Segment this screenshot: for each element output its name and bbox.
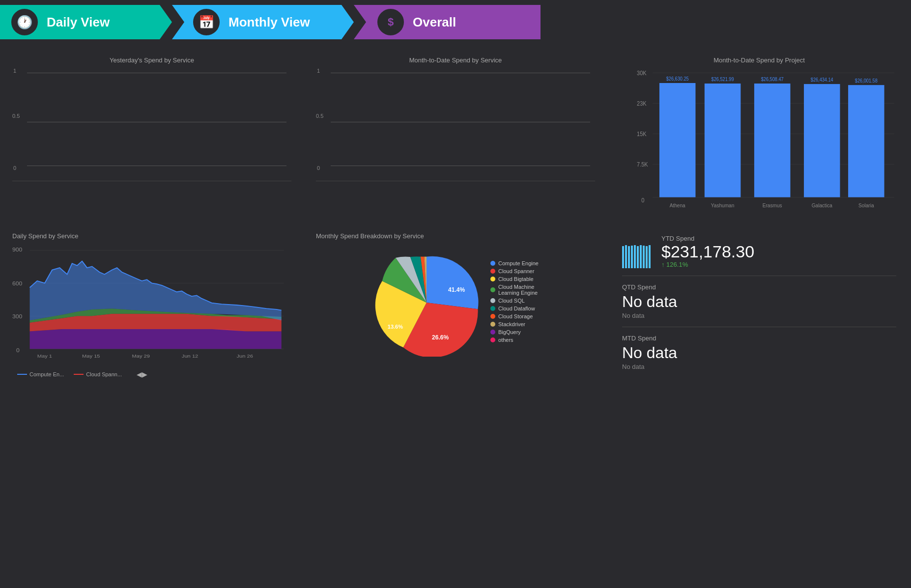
legend-stackdriver: Stackdriver: [490, 321, 539, 327]
pie-section: 41.4% 26.6% 13.6%: [316, 244, 595, 362]
legend-compute: Compute En...: [17, 371, 64, 377]
area-base: [30, 329, 282, 349]
ytd-text-group: YTD Spend $231,178.30 ↑ 126.1%: [661, 235, 754, 268]
svg-text:7.5K: 7.5K: [637, 161, 648, 168]
bar-yashuman: [705, 84, 741, 197]
dot-bigquery: [490, 330, 495, 335]
svg-rect-39: [631, 246, 633, 268]
qtd-sub: No data: [622, 312, 896, 319]
ytd-icon: [622, 244, 652, 268]
gridline-mid: [27, 122, 286, 122]
clock-icon: 🕐: [10, 7, 39, 37]
svg-text:$26,521.99: $26,521.99: [712, 76, 734, 82]
svg-rect-43: [643, 246, 645, 268]
svg-text:Yashuman: Yashuman: [711, 202, 735, 209]
mtd-label: MTD Spend: [622, 335, 896, 342]
y-axis-05b: 0.5: [316, 113, 323, 119]
svg-rect-42: [640, 245, 642, 268]
legend-bigquery-text: BigQuery: [498, 329, 521, 335]
daily-view-tab[interactable]: 🕐 Daily View: [0, 5, 172, 39]
legend-dataflow-text: Cloud Dataflow: [498, 306, 535, 311]
chart-nav-arrows[interactable]: ◀▶: [137, 370, 147, 378]
ytd-value: $231,178.30: [661, 243, 754, 260]
daily-chart-svg: 900 600 300 0 May 1: [12, 244, 291, 366]
yesterday-spend-title: Yesterday's Spend by Service: [12, 56, 291, 64]
mtd-project-title: Month-to-Date Spend by Project: [620, 56, 899, 64]
mtd-service-title: Month-to-Date Spend by Service: [316, 56, 595, 64]
dot-storage: [490, 314, 495, 319]
mtd-service-chart: 1 0.5 0: [316, 68, 595, 176]
bar-galactica: [804, 84, 840, 197]
dot-bigtable: [490, 277, 495, 281]
legend-storage-text: Cloud Storage: [498, 313, 533, 319]
svg-rect-40: [634, 245, 636, 268]
svg-text:23K: 23K: [637, 100, 647, 107]
monthly-view-tab[interactable]: 📅 Monthly View: [172, 5, 354, 39]
slice-compute: [427, 256, 479, 309]
divider-2: [622, 327, 896, 327]
calendar-icon: 📅: [192, 7, 221, 37]
svg-rect-36: [622, 246, 624, 268]
svg-text:0: 0: [641, 196, 645, 203]
legend-bigtable-text: Cloud Bigtable: [498, 276, 534, 282]
monthly-view-label: Monthly View: [228, 15, 310, 30]
svg-text:600: 600: [12, 280, 22, 286]
pie-chart: 41.4% 26.6% 13.6%: [372, 249, 481, 357]
y-axis-0b: 0: [317, 165, 320, 171]
legend-storage: Cloud Storage: [490, 313, 539, 319]
daily-view-label: Daily View: [47, 15, 110, 30]
legend-sql: Cloud SQL: [490, 298, 539, 304]
dot-stackdriver: [490, 322, 495, 327]
monthly-breakdown-panel: Monthly Spend Breakdown by Service 41.4%…: [304, 225, 607, 383]
y-axis-0: 0: [13, 165, 16, 171]
svg-text:Jun 12: Jun 12: [182, 353, 199, 359]
svg-text:$26,001.58: $26,001.58: [855, 78, 878, 84]
ytd-pct: ↑ 126.1%: [661, 261, 754, 268]
svg-text:May 1: May 1: [37, 353, 53, 359]
dot-sql: [490, 298, 495, 303]
svg-text:900: 900: [12, 247, 22, 252]
dot-dataflow: [490, 306, 495, 311]
stats-panel: YTD Spend $231,178.30 ↑ 126.1% QTD Spend…: [607, 225, 911, 383]
mtd-value: No data: [622, 344, 896, 362]
daily-spend-chart: 900 600 300 0 May 1: [12, 244, 291, 366]
legend-sql-text: Cloud SQL: [498, 298, 525, 304]
divider-1: [622, 276, 896, 276]
svg-text:15K: 15K: [637, 131, 647, 138]
svg-rect-41: [637, 246, 639, 268]
legend-others: others: [490, 337, 539, 343]
monthly-breakdown-title: Monthly Spend Breakdown by Service: [316, 232, 595, 240]
bar-athena: [659, 83, 696, 197]
svg-rect-37: [625, 245, 627, 268]
ytd-top: YTD Spend $231,178.30 ↑ 126.1%: [622, 235, 896, 268]
svg-text:13.6%: 13.6%: [388, 324, 403, 330]
mtd-project-panel: Month-to-Date Spend by Project 30K 23K 1…: [607, 49, 911, 225]
dot-others: [490, 337, 495, 342]
legend-spanner: Cloud Spann...: [74, 371, 122, 377]
legend-bigquery: BigQuery: [490, 329, 539, 335]
bar-chart-svg: 30K 23K 15K 7.5K 0 $26,630.25 $26,521.99: [637, 68, 899, 220]
gridline-top: [27, 73, 286, 73]
svg-text:Athena: Athena: [670, 202, 685, 209]
overall-label: Overall: [413, 15, 456, 30]
overall-tab[interactable]: $ Overall: [354, 5, 541, 39]
gridline-mid-b: [331, 122, 590, 122]
legend-compute-label: Compute En...: [29, 371, 64, 377]
svg-rect-45: [649, 245, 651, 268]
gridline-top-b: [331, 73, 590, 73]
y-axis-05: 0.5: [12, 113, 20, 119]
svg-text:May 29: May 29: [132, 353, 150, 359]
pie-legend: Compute Engine Cloud Spanner Cloud Bigta…: [490, 260, 539, 345]
svg-text:0: 0: [16, 348, 20, 353]
dot-spanner: [490, 269, 495, 274]
bar-erasmus: [754, 84, 791, 197]
qtd-label: QTD Spend: [622, 283, 896, 291]
svg-text:Solaria: Solaria: [858, 202, 874, 209]
y-axis-1: 1: [13, 68, 16, 74]
daily-spend-title: Daily Spend by Service: [12, 232, 291, 240]
svg-text:300: 300: [12, 313, 22, 319]
yesterday-spend-chart: 1 0.5 0: [12, 68, 291, 176]
legend-ml-text: Cloud MachineLearning Engine: [498, 284, 538, 296]
qtd-value: No data: [622, 293, 896, 311]
panel-divider-b: [316, 181, 595, 181]
